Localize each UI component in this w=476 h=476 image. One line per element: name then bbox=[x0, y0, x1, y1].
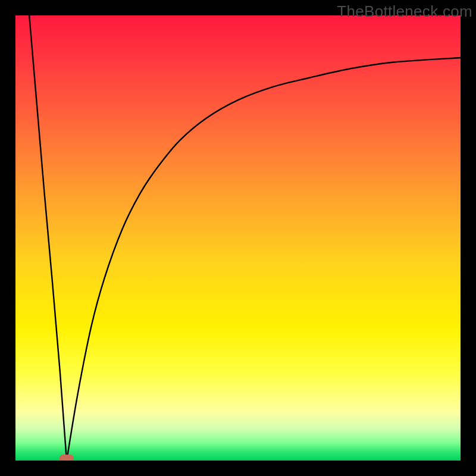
curve-layer bbox=[15, 15, 461, 461]
plot-area bbox=[15, 15, 461, 461]
minimum-marker bbox=[60, 455, 74, 461]
right-branch-curve bbox=[67, 58, 461, 461]
chart-frame: TheBottleneck.com bbox=[0, 0, 476, 476]
watermark-text: TheBottleneck.com bbox=[337, 2, 472, 21]
left-branch-curve bbox=[29, 15, 67, 461]
